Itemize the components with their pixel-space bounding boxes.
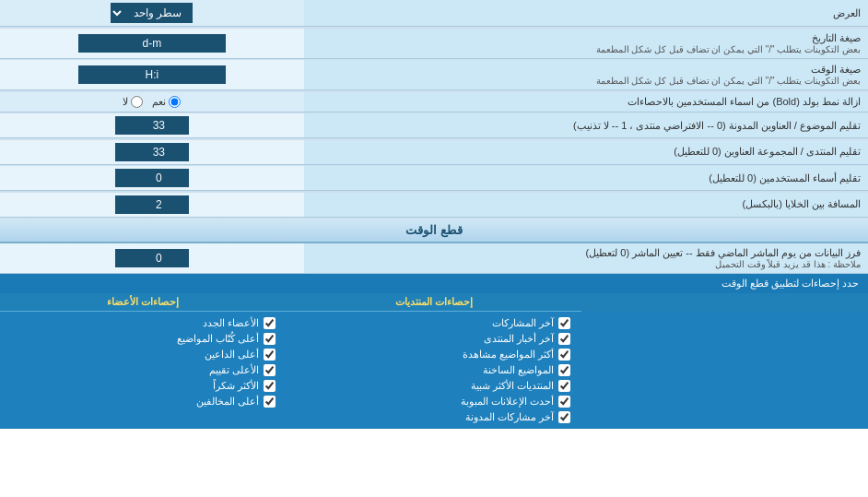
- member-stat-checkbox-2[interactable]: [264, 349, 276, 361]
- cutoff-row: فرز البيانات من يوم الماشر الماضي فقط --…: [0, 243, 868, 274]
- member-stat-item-2: أعلى الداعين: [7, 347, 279, 362]
- member-stat-label-4: الأكثر شكراً: [213, 380, 259, 392]
- member-stat-checkbox-3[interactable]: [264, 364, 276, 376]
- display-select[interactable]: سطر واحدسطرانثلاثة أسطر: [111, 3, 193, 23]
- date-format-sublabel: بعض التكوينات يتطلب "/" التي يمكن ان تضا…: [311, 44, 861, 54]
- posts-col-title: إحصاءات المنتديات: [287, 293, 581, 312]
- cutoff-sublabel: ملاحظة : هذا قد يزيد قبلاً وقت التحميل: [311, 259, 861, 269]
- member-stat-item-4: الأكثر شكراً: [7, 378, 279, 394]
- post-stat-checkbox-4[interactable]: [558, 380, 570, 392]
- stats-limit-label: حدد إحصاءات لتطبيق قطع الوقت: [721, 278, 859, 289]
- bold-remove-radio-group: نعم لا: [6, 96, 299, 108]
- forum-limit-label: تقليم المنتدى / المجموعة العناوين (0 للت…: [674, 146, 861, 157]
- post-stat-item-6: آخر مشاركات المدونة: [294, 409, 574, 425]
- post-stat-label-5: أحدث الإعلانات المبوبة: [461, 396, 554, 408]
- stats-table: إحصاءات المنتديات إحصاءات الأعضاء: [0, 293, 868, 429]
- post-stat-label-6: آخر مشاركات المدونة: [465, 411, 554, 423]
- member-stat-label-2: أعلى الداعين: [205, 349, 259, 361]
- post-stat-label-2: أكثر المواضيع مشاهدة: [463, 349, 554, 361]
- post-stat-label-3: المواضيع الساخنة: [483, 364, 554, 376]
- topics-limit-label: تقليم الموضوع / العناوين المدونة (0 -- ا…: [573, 120, 861, 131]
- member-stat-label-1: أعلى كُتّاب المواضيع: [177, 333, 259, 345]
- post-stat-label-1: آخر أخبار المنتدى: [484, 333, 554, 345]
- member-stat-label-3: الأعلى تقييم: [209, 364, 259, 376]
- member-stat-checkbox-5[interactable]: [264, 396, 276, 408]
- display-label: العرض: [833, 7, 861, 18]
- cutoff-input[interactable]: [115, 249, 189, 267]
- post-stat-item-1: آخر أخبار المنتدى: [294, 331, 574, 347]
- post-stat-checkbox-2[interactable]: [558, 349, 570, 361]
- post-stat-checkbox-0[interactable]: [558, 317, 570, 329]
- spacing-input[interactable]: [115, 195, 189, 214]
- member-stat-label-5: أعلى المخالفين: [196, 396, 259, 408]
- bold-remove-row: ازالة نمط بولد (Bold) من اسماء المستخدمي…: [0, 92, 868, 112]
- cutoff-section-header: قطع الوقت: [0, 219, 868, 243]
- bold-remove-label: ازالة نمط بولد (Bold) من اسماء المستخدمي…: [628, 96, 861, 107]
- date-format-label: صيغة التاريخ: [812, 32, 861, 43]
- topics-limit-input[interactable]: [115, 116, 189, 135]
- post-stat-item-3: المواضيع الساخنة: [294, 362, 574, 378]
- member-stat-checkbox-0[interactable]: [264, 317, 276, 329]
- post-stat-checkbox-1[interactable]: [558, 333, 570, 345]
- post-stat-label-4: المنتديات الأكثر شبية: [471, 380, 554, 392]
- bold-yes-radio[interactable]: [169, 96, 181, 108]
- post-stat-item-5: أحدث الإعلانات المبوبة: [294, 394, 574, 409]
- member-stat-checkbox-1[interactable]: [264, 333, 276, 345]
- bold-no-label: لا: [123, 96, 128, 108]
- date-format-input[interactable]: [78, 34, 226, 53]
- cutoff-title: قطع الوقت: [405, 223, 463, 237]
- post-stat-item-0: آخر المشاركات: [294, 315, 574, 331]
- post-stat-item-2: أكثر المواضيع مشاهدة: [294, 347, 574, 362]
- post-stat-checkbox-3[interactable]: [558, 364, 570, 376]
- topics-limit-row: تقليم الموضوع / العناوين المدونة (0 -- ا…: [0, 113, 868, 138]
- post-stat-checkbox-5[interactable]: [558, 396, 570, 408]
- time-format-sublabel: بعض التكوينات يتطلب "/" التي يمكن ان تضا…: [311, 76, 861, 86]
- member-stat-item-0: الأعضاء الجدد: [7, 315, 279, 331]
- usernames-limit-label: تقليم أسماء المستخدمين (0 للتعطيل): [709, 172, 861, 183]
- bold-yes-option[interactable]: نعم: [152, 96, 181, 108]
- date-format-row: صيغة التاريخ بعض التكوينات يتطلب "/" الت…: [0, 29, 868, 59]
- member-stat-item-3: الأعلى تقييم: [7, 362, 279, 378]
- stats-titles-row: إحصاءات المنتديات إحصاءات الأعضاء: [0, 293, 868, 312]
- stats-content-row: آخر المشاركات آخر أخبار المنتدى أكثر الم…: [0, 312, 868, 429]
- spacing-label: المسافة بين الخلايا (بالبكسل): [743, 198, 862, 209]
- display-row: العرض سطر واحدسطرانثلاثة أسطر: [0, 0, 868, 27]
- post-stat-checkbox-6[interactable]: [558, 411, 570, 423]
- member-stat-item-1: أعلى كُتّاب المواضيع: [7, 331, 279, 347]
- forum-limit-row: تقليم المنتدى / المجموعة العناوين (0 للت…: [0, 140, 868, 165]
- time-format-input[interactable]: [78, 65, 226, 84]
- time-format-label: صيغة الوقت: [811, 64, 861, 75]
- post-stat-label-0: آخر المشاركات: [492, 317, 554, 329]
- stats-grid-row: إحصاءات المنتديات إحصاءات الأعضاء: [0, 293, 868, 429]
- member-stat-label-0: الأعضاء الجدد: [203, 317, 259, 329]
- member-stat-checkbox-4[interactable]: [264, 380, 276, 392]
- post-stat-item-4: المنتديات الأكثر شبية: [294, 378, 574, 394]
- usernames-limit-row: تقليم أسماء المستخدمين (0 للتعطيل): [0, 166, 868, 191]
- spacing-row: المسافة بين الخلايا (بالبكسل): [0, 193, 868, 218]
- member-stat-item-5: أعلى المخالفين: [7, 394, 279, 409]
- stats-limit-row: حدد إحصاءات لتطبيق قطع الوقت: [0, 274, 868, 294]
- bold-no-radio[interactable]: [131, 96, 143, 108]
- members-col-title: إحصاءات الأعضاء: [0, 293, 287, 312]
- cutoff-label: فرز البيانات من يوم الماشر الماضي فقط --…: [586, 247, 861, 258]
- bold-no-option[interactable]: لا: [123, 96, 143, 108]
- forum-limit-input[interactable]: [115, 143, 189, 161]
- time-format-row: صيغة الوقت بعض التكوينات يتطلب "/" التي …: [0, 60, 868, 90]
- bold-yes-label: نعم: [152, 96, 166, 108]
- usernames-limit-input[interactable]: [115, 169, 189, 187]
